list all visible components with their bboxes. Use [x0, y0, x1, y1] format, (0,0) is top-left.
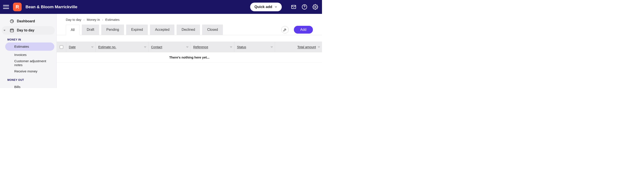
app-logo[interactable]: R	[13, 3, 22, 11]
column-header-date[interactable]: Date	[66, 42, 96, 52]
sidebar-item-receive-money[interactable]: Receive money	[5, 67, 54, 75]
wrench-icon	[283, 28, 287, 32]
sidebar-section-money-in: MONEY IN	[0, 35, 56, 43]
breadcrumb: Day to day › Money in › Estimates	[57, 14, 322, 25]
chevron-right-icon: ›	[84, 18, 84, 22]
select-all-cell	[57, 42, 66, 52]
chevron-down-icon	[274, 6, 278, 9]
tab-row: All Draft Pending Expired Accepted Decli…	[57, 25, 322, 35]
column-header-contact[interactable]: Contact	[148, 42, 191, 52]
filter-icon[interactable]	[91, 46, 94, 49]
svg-marker-15	[318, 47, 320, 48]
breadcrumb-item[interactable]: Money in	[87, 18, 100, 22]
column-header-total-amount[interactable]: Total amount	[275, 42, 322, 52]
data-table: Date Estimate no. Contact Reference	[57, 42, 322, 63]
filter-icon[interactable]	[186, 46, 189, 49]
breadcrumb-item-current: Estimates	[106, 18, 120, 22]
filter-icon[interactable]	[318, 46, 321, 49]
column-label: Total amount	[297, 45, 316, 49]
calendar-icon	[10, 28, 14, 33]
mail-icon[interactable]	[291, 4, 296, 10]
svg-rect-6	[10, 29, 14, 32]
svg-marker-12	[186, 47, 188, 48]
dashboard-icon	[10, 19, 14, 24]
svg-marker-14	[271, 47, 273, 48]
caret-down-icon	[3, 29, 6, 32]
tab-expired[interactable]: Expired	[126, 25, 148, 35]
sidebar-item-customer-adjustment-notes[interactable]: Customer adjustment notes	[5, 59, 54, 67]
filter-icon[interactable]	[270, 46, 274, 49]
table-header: Date Estimate no. Contact Reference	[57, 42, 322, 52]
svg-point-2	[304, 8, 304, 8]
svg-point-3	[315, 6, 316, 8]
breadcrumb-item[interactable]: Day to day	[66, 18, 81, 22]
org-name: Bean & Bloom Marrickville	[26, 5, 78, 9]
top-bar: R Bean & Bloom Marrickville Quick add	[0, 0, 322, 14]
sidebar-item-label: Day to day	[17, 28, 34, 32]
hamburger-menu-icon[interactable]	[3, 4, 9, 10]
tab-declined[interactable]: Declined	[176, 25, 200, 35]
sidebar-item-label: Dashboard	[17, 19, 35, 23]
sidebar-item-dashboard[interactable]: Dashboard	[2, 17, 55, 26]
sidebar-section-money-out: MONEY OUT	[0, 75, 56, 83]
column-label: Estimate no.	[98, 45, 116, 49]
table-settings-button[interactable]	[281, 26, 289, 33]
column-label: Status	[237, 45, 246, 49]
sidebar-item-invoices[interactable]: Invoices	[5, 51, 54, 59]
column-header-reference[interactable]: Reference	[191, 42, 234, 52]
column-header-estimate-no[interactable]: Estimate no.	[96, 42, 148, 52]
column-label: Date	[69, 45, 76, 49]
quick-add-label: Quick add	[254, 5, 272, 9]
tab-pending[interactable]: Pending	[101, 25, 124, 35]
svg-marker-13	[230, 47, 232, 48]
settings-icon[interactable]	[312, 4, 318, 10]
tab-accepted[interactable]: Accepted	[150, 25, 174, 35]
add-button[interactable]: Add	[294, 26, 313, 34]
filter-icon[interactable]	[144, 46, 147, 49]
svg-marker-5	[4, 30, 5, 31]
column-header-status[interactable]: Status	[234, 42, 275, 52]
select-all-checkbox[interactable]	[60, 45, 63, 49]
column-label: Reference	[193, 45, 208, 49]
tab-draft[interactable]: Draft	[82, 25, 99, 35]
svg-marker-10	[92, 47, 93, 48]
sidebar-item-bills[interactable]: Bills	[5, 83, 54, 88]
quick-add-button[interactable]: Quick add	[250, 3, 282, 11]
sidebar-item-estimates[interactable]: Estimates	[5, 43, 54, 51]
help-icon[interactable]	[302, 4, 307, 10]
column-label: Contact	[151, 45, 162, 49]
filter-icon[interactable]	[230, 46, 233, 49]
main-content: Day to day › Money in › Estimates All Dr…	[57, 14, 322, 88]
sidebar-item-day-to-day[interactable]: Day to day	[2, 26, 55, 35]
svg-marker-11	[144, 47, 146, 48]
sidebar: Dashboard Day to day MONEY IN Estimates …	[0, 14, 57, 88]
chevron-right-icon: ›	[102, 18, 103, 22]
empty-state-message: There's nothing here yet...	[57, 52, 322, 63]
tab-all[interactable]: All	[66, 25, 80, 35]
tab-closed[interactable]: Closed	[202, 25, 223, 35]
